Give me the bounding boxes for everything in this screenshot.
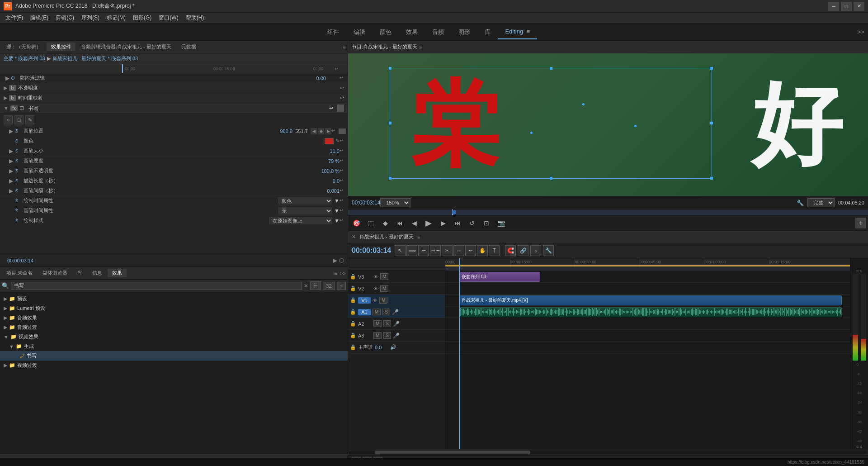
ec-stopwatch-brush-hard[interactable]: ⏱	[14, 158, 22, 163]
pb-add-button[interactable]: +	[855, 218, 866, 228]
ec-color-swatch[interactable]	[325, 138, 334, 144]
tl-v3-content[interactable]: 嵌套序列 03	[445, 271, 850, 283]
workspace-settings-icon[interactable]: ≡	[527, 28, 530, 35]
pb-add-marker[interactable]: ◆	[379, 218, 392, 228]
tl-clip-nested-03[interactable]: 嵌套序列 03	[459, 272, 540, 282]
minimize-button[interactable]: ─	[828, 2, 839, 11]
tl-v3-eye[interactable]: 👁	[373, 274, 378, 280]
tab-effect-controls[interactable]: 效果控件	[47, 43, 75, 51]
tl-tool-slide[interactable]: ⊣⊢	[430, 245, 441, 256]
workspace-tab-libraries[interactable]: 库	[477, 24, 498, 40]
ec-value-stroke-len[interactable]: 0.0	[312, 178, 340, 184]
tl-snap-btn[interactable]: 🧲	[505, 245, 516, 256]
ec-value-brush-size[interactable]: 11.0	[312, 148, 340, 154]
menu-item-e[interactable]: 编辑(E)	[27, 13, 52, 23]
pb-mark-in[interactable]: 🎯	[350, 218, 363, 228]
preview-marker-bar[interactable]	[348, 209, 868, 215]
effects-panel-chevron[interactable]: >>	[340, 271, 346, 276]
tab-info[interactable]: 信息	[88, 269, 107, 277]
effect-item-write[interactable]: 🖊 书写	[0, 351, 348, 361]
ec-stopwatch-brush-pos[interactable]: ⏱	[14, 128, 22, 133]
effect-category-video-effects[interactable]: ▼ 📁 视频效果	[0, 332, 348, 342]
tl-in-out-bar[interactable]	[445, 267, 850, 271]
pb-safe-margin[interactable]: ⊡	[480, 218, 493, 228]
ec-expand-write[interactable]: ▼	[4, 105, 9, 111]
ec-stopwatch-brush-opacity[interactable]: ⏱	[14, 168, 22, 173]
tl-main-speaker[interactable]: 🔊	[390, 344, 396, 350]
ec-expand-brush-hard[interactable]: ▶	[9, 158, 14, 164]
close-button[interactable]: ✕	[854, 2, 864, 11]
tl-tool-ripple[interactable]: ⊢	[418, 245, 429, 256]
tl-a1b-s-btn[interactable]: S	[383, 332, 391, 339]
tl-clip-audio[interactable]	[459, 307, 842, 317]
effects-search-clear[interactable]: ✕	[304, 283, 308, 289]
tl-a1b-lock[interactable]: 🔒	[350, 333, 356, 338]
workspace-tab-audio[interactable]: 音频	[425, 24, 451, 40]
ec-stopwatch-color[interactable]: ⏱	[14, 138, 22, 143]
tl-tool-razor[interactable]: ✂	[442, 245, 453, 256]
menu-item-w[interactable]: 窗口(W)	[155, 13, 182, 23]
pb-step-back[interactable]: ◀	[408, 218, 420, 228]
preview-current-timecode[interactable]: 00:00:03:14	[352, 200, 380, 206]
tl-a1-lock[interactable]: 🔒	[350, 309, 356, 315]
menu-item-f[interactable]: 文件(F)	[2, 13, 27, 23]
preview-settings-icon[interactable]: 🔧	[797, 200, 804, 206]
tl-a2-lock[interactable]: 🔒	[350, 321, 356, 327]
pb-step-forward[interactable]: ▶	[437, 218, 449, 228]
tab-audio-mixer[interactable]: 音频剪辑混合器:肖战宋祖儿 - 最好的夏天	[76, 43, 176, 51]
ec-expand-brush-pos[interactable]: ▶	[9, 128, 14, 134]
workspace-tab-editing[interactable]: Editing ≡	[498, 24, 537, 39]
tl-main-vol[interactable]: 0.0	[375, 345, 388, 350]
ec-section-write[interactable]: ▼ fx ☐ 书写 ↩	[0, 103, 348, 114]
tl-clip-main-video[interactable]: 肖战宋祖儿 - 最好的夏天.mp4 [V]	[459, 295, 842, 305]
tl-tool-slip[interactable]: ↔	[453, 245, 464, 256]
ec-value-brush-interval[interactable]: 0.001	[312, 188, 340, 194]
effect-category-audio-effects[interactable]: ▶ 📁 音频效果	[0, 313, 348, 323]
ec-add-kf[interactable]: ◆	[318, 128, 324, 134]
ec-value-brush-pos-x[interactable]: 900.0	[265, 128, 292, 134]
effect-category-video-transitions[interactable]: ▶ 📁 视频过渡	[0, 361, 348, 370]
tl-a2-s-btn[interactable]: S	[383, 320, 391, 327]
ec-stopwatch-paint-style[interactable]: ⏱	[14, 218, 22, 223]
ec-zoom-out[interactable]: ↩	[335, 67, 338, 71]
ec-select-paint-time[interactable]: 颜色无	[278, 197, 332, 204]
tl-v3-sync[interactable]: M	[380, 273, 388, 280]
pb-go-to-in[interactable]: ⏮	[393, 218, 406, 228]
ec-reset-opacity[interactable]: ↩	[340, 85, 344, 91]
ec-select-paint-style[interactable]: 在原始图像上在透明背景上	[269, 217, 332, 224]
pb-go-to-out[interactable]: ⏭	[451, 218, 464, 228]
menu-item-s[interactable]: 序列(S)	[78, 13, 103, 23]
tl-linked-btn[interactable]: 🔗	[518, 245, 528, 256]
workspace-tab-graphics[interactable]: 图形	[451, 24, 477, 40]
tl-seq-close[interactable]: ✕	[352, 234, 356, 240]
tl-v1-content[interactable]: 肖战宋祖儿 - 最好的夏天.mp4 [V]	[445, 295, 850, 306]
tl-v1-lock[interactable]: 🔒	[350, 297, 356, 303]
scroll-thumb[interactable]	[375, 451, 530, 454]
ec-reset-paint-style[interactable]: ↩	[340, 218, 346, 224]
ec-value-flicker[interactable]: 0.00	[299, 76, 326, 81]
tl-v1-sync[interactable]: M	[379, 297, 387, 304]
tl-v1-active-btn[interactable]: V1	[358, 297, 371, 304]
effect-category-lumetri[interactable]: ▶ 📁 Lumetri 预设	[0, 304, 348, 313]
tl-tool-text[interactable]: T	[489, 245, 500, 256]
ec-reset-brush-time[interactable]: ↩	[340, 208, 346, 214]
ec-expand-brush-opacity[interactable]: ▶	[9, 168, 14, 174]
ec-reset-brush-size[interactable]: ↩	[340, 148, 346, 154]
ec-color-picker[interactable]: ✎	[335, 138, 340, 144]
ec-section-opacity[interactable]: ▶ fx 不透明度 ↩	[0, 83, 348, 93]
tl-a1-mic[interactable]: 🎤	[392, 309, 399, 315]
menu-item-h[interactable]: 帮助(H)	[182, 13, 208, 23]
ec-value-brush-pos-y[interactable]: 551.7	[292, 128, 311, 134]
tl-v2-lock[interactable]: 🔒	[350, 285, 356, 291]
workspace-tab-edit[interactable]: 编辑	[346, 24, 373, 40]
ec-reset-flicker[interactable]: ↩	[340, 75, 346, 81]
maximize-button[interactable]: □	[841, 2, 852, 11]
ec-expand-brush-size[interactable]: ▶	[9, 148, 14, 154]
tl-a1b-m-btn[interactable]: M	[373, 332, 382, 339]
ec-stopwatch-brush-size[interactable]: ⏱	[14, 148, 22, 153]
preview-zoom-select[interactable]: 150%100%75%50%	[380, 198, 410, 207]
ec-section-remap[interactable]: ▶ fx 时间重映射 ↩	[0, 93, 348, 103]
effect-category-generate[interactable]: ▼ 📁 生成	[0, 342, 348, 351]
effects-menu-btn[interactable]: ≡	[337, 282, 346, 290]
effects-new-bin-btn[interactable]: ☰	[310, 281, 321, 290]
